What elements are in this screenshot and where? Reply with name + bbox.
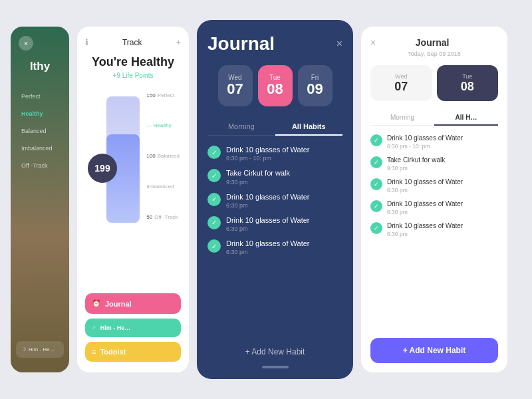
light-tab-all[interactable]: All H… — [434, 110, 498, 126]
journal-light-day-selector: Wed 07 Tue 08 — [370, 65, 498, 101]
light-day-wed-num: 07 — [394, 80, 408, 94]
habit-check[interactable]: ✓ — [207, 169, 221, 182]
track-title: Track — [122, 38, 142, 47]
day-wed-07[interactable]: Wed 07 — [218, 65, 253, 106]
journal-dark-panel: Journal × Wed 07 Tue 08 Fri 09 Morning A… — [197, 20, 353, 379]
tab-all-habits[interactable]: All Habits — [275, 118, 343, 136]
habit-check[interactable]: ✓ — [207, 146, 221, 159]
habit-check[interactable]: ✓ — [207, 193, 221, 206]
light-day-wed[interactable]: Wed 07 — [370, 65, 432, 101]
journal-light-title: Journal — [416, 37, 450, 48]
bottom-bar — [262, 366, 289, 368]
habit-content: Drink 10 glasses of Water 6:30 pm — [226, 192, 310, 209]
habit-text: Take Cirkut for walk — [226, 168, 290, 178]
label-perfect: 150 Perfect — [146, 92, 180, 98]
journal-light-close-button[interactable]: × — [370, 37, 376, 48]
light-habit-content: Drink 10 glasses of Water 6:30 pm — [387, 200, 463, 215]
habit-content: Drink 10 glasses of Water 6:30 pm — [226, 215, 310, 232]
add-habit-button[interactable]: + Add New Habit — [207, 342, 342, 362]
tab-morning[interactable]: Morning — [207, 118, 275, 135]
light-habit-check[interactable]: ✓ — [370, 134, 382, 146]
sidebar-item-perfect[interactable]: Perfect — [16, 89, 64, 104]
journal-title: Journal — [207, 33, 275, 55]
journal-header: Journal × — [207, 33, 342, 55]
light-day-wed-name: Wed — [395, 73, 407, 80]
add-icon[interactable]: + — [176, 37, 181, 47]
sidebar-item-healthy[interactable]: Healthy — [16, 106, 64, 121]
habit-item: ✓ Drink 10 glasses of Water 6:30 pm — [207, 239, 342, 255]
light-habit-text: Take Cirkut for walk — [387, 156, 445, 164]
habit-time: 6:30 pm — [226, 225, 310, 232]
moon-icon: ☽ — [21, 346, 26, 352]
light-habit-time: 6:30 pm — [387, 209, 463, 215]
journal-date: Today, Sep 09 2018 — [370, 51, 498, 57]
health-chart: 199 150 Perfect — Healthy 100 Balanced — [85, 90, 181, 223]
habit-item: ✓ Drink 10 glasses of Water 6:30 pm — [207, 215, 342, 232]
journal-close-button[interactable]: × — [336, 38, 342, 50]
track-buttons: ⏰ Journal ♂ Him - He… ≡ Todoist — [85, 293, 181, 362]
light-day-tue-num: 08 — [461, 80, 474, 94]
todoist-button[interactable]: ≡ Todoist — [85, 342, 181, 362]
habit-time: 9:30 pm — [226, 179, 290, 186]
journal-day-selector: Wed 07 Tue 08 Fri 09 — [207, 65, 342, 106]
journal-button[interactable]: ⏰ Journal — [85, 293, 181, 314]
day-fri-09[interactable]: Fri 09 — [298, 65, 332, 106]
habit-text: Drink 10 glasses of Water — [226, 215, 310, 225]
light-habit-item: ✓ Drink 10 glasses of Water 6:30 pm — [370, 221, 498, 237]
light-habit-text: Drink 10 glasses of Water — [387, 221, 463, 230]
health-status: You're Healthy — [92, 55, 174, 70]
sidebar-item-balanced[interactable]: Balanced — [16, 124, 64, 138]
sidebar-item-imbalanced[interactable]: Imbalanced — [16, 141, 64, 156]
light-habit-time: 6:30 pm — [387, 187, 463, 194]
info-icon[interactable]: ℹ — [85, 37, 88, 47]
journal-light-header: × Journal — [370, 37, 498, 48]
light-add-habit-button[interactable]: + Add New Habit — [370, 338, 498, 363]
habit-check[interactable]: ✓ — [207, 239, 221, 253]
sidebar-item-offtrack[interactable]: Off -Track — [16, 158, 64, 173]
close-icon: × — [24, 39, 28, 47]
habit-content: Drink 10 glasses of Water 6:30 pm - 10: … — [226, 145, 310, 162]
habit-content: Drink 10 glasses of Water 6:30 pm — [226, 239, 310, 255]
label-imbalanced: Imbalanced — [146, 184, 180, 190]
habit-time: 6:30 pm — [226, 249, 310, 255]
light-habits-list: ✓ Drink 10 glasses of Water 6:30 pm - 10… — [370, 134, 498, 338]
light-habit-check[interactable]: ✓ — [370, 222, 382, 234]
light-habit-text: Drink 10 glasses of Water — [387, 134, 463, 142]
sidebar-bottom: ☽ Him - He… — [16, 341, 64, 362]
light-habit-check[interactable]: ✓ — [370, 156, 382, 168]
track-panel: ℹ Track + You're Healthy +9 Life Points … — [77, 27, 189, 372]
light-habit-time: 6:30 pm — [387, 231, 463, 237]
light-habit-item: ✓ Drink 10 glasses of Water 6:30 pm — [370, 200, 498, 215]
journal-btn-label: Journal — [105, 300, 132, 308]
sidebar-him-item[interactable]: ☽ Him - He… — [16, 341, 64, 358]
btn-row: ♂ Him - He… — [85, 319, 181, 337]
habit-text: Drink 10 glasses of Water — [226, 192, 310, 201]
day-tue-08[interactable]: Tue 08 — [258, 65, 293, 106]
day-tue-num: 08 — [267, 81, 283, 97]
habit-item: ✓ Take Cirkut for walk 9:30 pm — [207, 168, 342, 185]
sidebar-items: Perfect Healthy Balanced Imbalanced Off … — [16, 89, 64, 176]
him-button[interactable]: ♂ Him - He… — [85, 319, 181, 337]
habits-list: ✓ Drink 10 glasses of Water 6:30 pm - 10… — [207, 145, 342, 342]
light-habit-content: Take Cirkut for walk 9:30 pm — [387, 156, 445, 172]
close-button[interactable]: × — [19, 36, 33, 51]
light-habit-item: ✓ Drink 10 glasses of Water 6:30 pm — [370, 178, 498, 194]
track-header: ℹ Track + — [85, 37, 181, 47]
journal-tabs: Morning All Habits — [207, 118, 342, 136]
app-container: × lthy Perfect Healthy Balanced Imbalanc… — [0, 0, 532, 399]
light-habit-time: 6:30 pm - 10: pm — [387, 143, 463, 150]
light-habit-content: Drink 10 glasses of Water 6:30 pm — [387, 221, 463, 237]
label-balanced: 100 Balanced — [146, 153, 180, 159]
light-tab-morning[interactable]: Morning — [370, 110, 434, 125]
light-habit-check[interactable]: ✓ — [370, 178, 382, 190]
journal-light-panel: × Journal Today, Sep 09 2018 Wed 07 Tue … — [361, 27, 507, 372]
habit-text: Drink 10 glasses of Water — [226, 239, 310, 248]
light-habit-check[interactable]: ✓ — [370, 200, 382, 212]
light-habit-text: Drink 10 glasses of Water — [387, 178, 463, 186]
light-day-tue-name: Tue — [462, 73, 472, 80]
habit-item: ✓ Drink 10 glasses of Water 6:30 pm — [207, 192, 342, 209]
habit-check[interactable]: ✓ — [207, 216, 221, 229]
habit-item: ✓ Drink 10 glasses of Water 6:30 pm - 10… — [207, 145, 342, 162]
clock-icon: ⏰ — [92, 299, 101, 308]
light-day-tue[interactable]: Tue 08 — [437, 65, 499, 101]
